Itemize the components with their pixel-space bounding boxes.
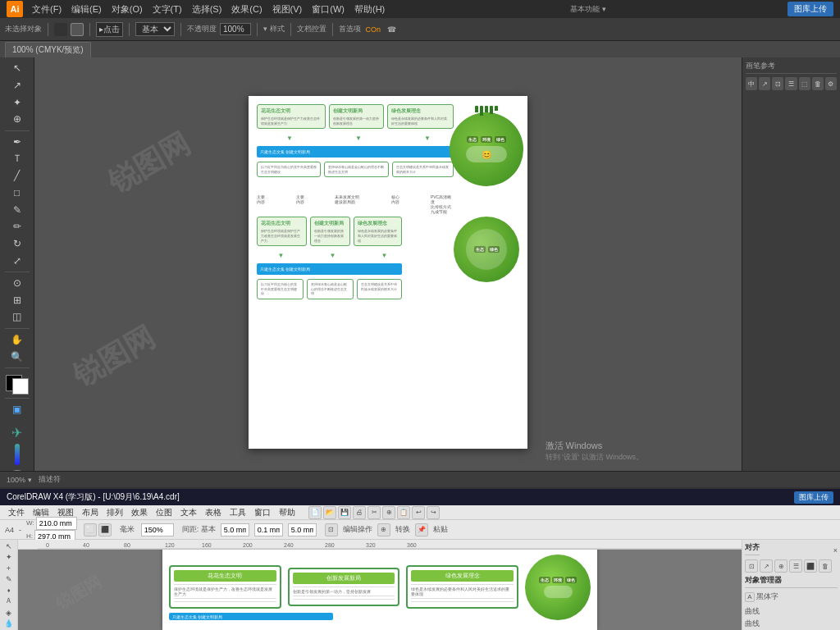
ai-menu-object[interactable]: 对象(O) [107,2,147,17]
corel-shape-tool[interactable]: ✦ [2,552,16,562]
corel-panel-icon-1[interactable]: ⊡ [745,559,758,573]
corel-smart-fill[interactable]: ⬧ [2,585,16,595]
corel-obj-manager-title: 对象管理器 [745,575,838,588]
corel-panel-icon-6[interactable]: 🗑 [819,559,832,573]
gradient-tool[interactable]: ◫ [8,309,26,325]
ai-basic-select[interactable]: 基本 [135,22,175,36]
ai-menu-view[interactable]: 视图(V) [268,2,307,17]
landscape-icon[interactable]: ⬛ [98,523,112,536]
spacer-1 [257,186,519,194]
corel-canvas[interactable]: 锐图网 锐图网 花花生态文明 保护生态环境就是保护生产力，改善生态环境就是发展生… [18,550,742,630]
zoom-tool[interactable]: 🔍 [8,349,26,364]
corel-panel-icon-2[interactable]: ↗ [760,559,773,573]
corel-menu-bitmap[interactable]: 位图 [153,506,176,519]
corel-cut-icon[interactable]: ✂ [368,506,381,519]
ai-upload-button[interactable]: 图库上传 [788,2,833,16]
corel-freehand-tool[interactable]: ✎ [2,574,16,584]
portrait-icon[interactable]: ⬜ [84,523,97,536]
corel-micro-nudge-input[interactable] [254,523,283,536]
paintbrush-tool[interactable]: ✎ [8,202,26,217]
ai-menu-window[interactable]: 窗口(W) [308,2,349,17]
rotate-tool[interactable]: ↻ [8,236,26,252]
ai-draw-mode[interactable]: ▸点击 [96,22,123,37]
corel-save-icon[interactable]: 💾 [338,506,351,519]
scale-tool[interactable]: ⤢ [8,253,26,268]
corel-panel-icon-4[interactable]: ☰ [789,559,802,573]
corel-redo-icon[interactable]: ↪ [427,506,440,519]
corel-menu-effects[interactable]: 效果 [128,506,151,519]
building-4 [490,106,493,114]
corel-menu-layout[interactable]: 布局 [79,506,102,519]
pencil-tool[interactable]: ✏ [8,219,26,235]
panel-icon-1[interactable]: 中 [746,77,757,90]
ai-document-tab[interactable]: 100% (CMYK/预览) [5,42,91,57]
corel-info-line-2 [293,587,395,587]
corel-menu-tools[interactable]: 工具 [226,506,249,519]
background-color[interactable] [12,378,29,395]
info-box-4-content: 以习近平同志为核心的党中央高度重视生态文明建设 [261,165,317,174]
corel-zoom-in-tool[interactable]: + [2,564,16,573]
corel-snap-icon[interactable]: ⊡ [325,523,338,536]
corel-super-nudge-input[interactable] [288,523,317,536]
corel-menu-window[interactable]: 窗口 [251,506,274,519]
corel-transform-icon[interactable]: ⊕ [377,523,390,536]
corel-panel-close[interactable]: × [833,546,838,555]
corel-panel-icon-3[interactable]: ⊕ [774,559,788,573]
magic-wand-tool[interactable]: ✦ [8,94,26,110]
top-info-row: 花花生态文明 保护生态环境就是保护生产力改善生态环境就是发展生产力 创建文明新局… [257,104,454,131]
type-tool[interactable]: Ｔ [8,151,26,167]
ai-menu-effect[interactable]: 效果(C) [227,2,266,17]
info-box-3-title: 绿色发展理念 [391,107,450,115]
hand-tool[interactable]: ✋ [8,332,26,348]
ruler-marks-container: 0 40 80 120 160 200 240 280 320 360 [38,540,742,549]
corel-paste2-icon[interactable]: 📌 [415,523,428,536]
corel-menu-text[interactable]: 文本 [177,506,200,519]
label-green: 绿色 [495,136,506,143]
corel-copy-icon[interactable]: ⊕ [382,506,395,519]
corel-menu-help[interactable]: 帮助 [276,506,299,519]
ai-stroke-btn[interactable] [71,23,84,36]
corel-zoom-input[interactable] [141,523,174,536]
corel-open-icon[interactable]: 📂 [323,506,336,519]
screen-mode[interactable]: ▣ [8,401,26,417]
corel-width-input[interactable] [36,517,77,530]
mesh-tool[interactable]: ⊞ [8,292,26,308]
ai-menu-edit[interactable]: 编辑(E) [67,2,106,17]
line-tool[interactable]: ╱ [8,168,26,184]
corel-upload-button[interactable]: 图库上传 [794,491,833,504]
corel-nudge-input[interactable] [221,523,249,536]
corel-menu-arrange[interactable]: 排列 [103,506,126,519]
selection-tool[interactable]: ↖ [8,61,26,76]
ai-fill-btn[interactable] [54,23,67,36]
corel-new-icon[interactable]: 📄 [308,506,322,519]
corel-text-tool-c[interactable]: Ａ [2,596,16,606]
ai-canvas[interactable]: 锐图网 锐图网 锐图网 锐图网 锐图网 花花生态文明 [34,57,742,487]
panel-icon-3[interactable]: ⊡ [772,77,783,90]
corel-interactive-tool[interactable]: ◈ [2,607,16,617]
corel-undo-icon[interactable]: ↩ [412,506,425,519]
corel-paste-icon[interactable]: 📋 [397,506,410,519]
ai-main-area: ↖ ↗ ✦ ⊕ ✒ Ｔ ╱ □ ✎ ✏ ↻ ⤢ ⊙ ⊞ ◫ ✋ 🔍 [0,57,840,487]
direct-select-tool[interactable]: ↗ [8,78,26,94]
ai-menu-file[interactable]: 文件(F) [28,2,66,17]
blend-tool[interactable]: ⊙ [8,276,26,291]
lasso-tool[interactable]: ⊕ [8,112,26,127]
ai-menu-type[interactable]: 文字(T) [148,2,186,17]
corel-print-icon[interactable]: 🖨 [353,506,366,519]
panel-icon-4[interactable]: ☰ [785,77,797,90]
ai-menu-select[interactable]: 选择(S) [188,2,226,17]
watermark-4: 锐图网 [66,317,162,396]
shape-tool[interactable]: □ [8,185,26,201]
corel-menu-file[interactable]: 文件 [5,506,28,519]
panel-icon-2[interactable]: ↗ [759,77,770,90]
corel-select-tool[interactable]: ↖ [2,541,16,551]
ai-opacity-input[interactable] [220,23,251,35]
corel-panel-icon-5[interactable]: ⬛ [804,559,817,573]
corel-menu-table[interactable]: 表格 [202,506,225,519]
panel-icon-5[interactable]: ⬚ [799,77,810,90]
panel-icon-7[interactable]: ⚙ [825,77,837,90]
pen-tool[interactable]: ✒ [8,135,26,150]
corel-eyedropper[interactable]: 💧 [2,619,16,628]
panel-icon-6[interactable]: 🗑 [812,77,824,90]
ai-menu-help[interactable]: 帮助(H) [350,2,389,17]
